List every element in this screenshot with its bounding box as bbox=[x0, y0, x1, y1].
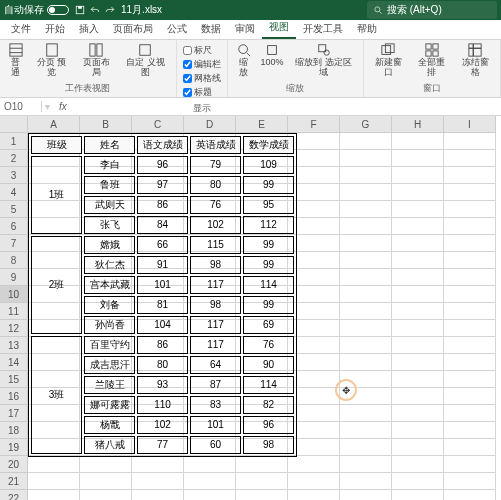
cell[interactable] bbox=[392, 269, 444, 286]
cell[interactable] bbox=[340, 286, 392, 303]
row-header[interactable]: 8 bbox=[0, 252, 28, 269]
select-all-corner[interactable] bbox=[0, 116, 28, 133]
cell[interactable] bbox=[340, 133, 392, 150]
column-header[interactable]: F bbox=[288, 116, 340, 133]
cell[interactable] bbox=[340, 354, 392, 371]
cell[interactable] bbox=[392, 422, 444, 439]
cell[interactable] bbox=[392, 354, 444, 371]
cell[interactable] bbox=[444, 269, 496, 286]
cell[interactable] bbox=[444, 422, 496, 439]
cell[interactable] bbox=[132, 473, 184, 490]
cell[interactable] bbox=[288, 473, 340, 490]
cell[interactable] bbox=[444, 337, 496, 354]
cell[interactable] bbox=[444, 218, 496, 235]
cell[interactable] bbox=[444, 303, 496, 320]
zoom-selection-button[interactable]: 缩放到 选定区域 bbox=[288, 42, 358, 79]
cell[interactable] bbox=[28, 473, 80, 490]
cell[interactable] bbox=[444, 235, 496, 252]
cell[interactable] bbox=[236, 473, 288, 490]
row-header[interactable]: 15 bbox=[0, 371, 28, 388]
column-header[interactable]: B bbox=[80, 116, 132, 133]
cell[interactable] bbox=[340, 303, 392, 320]
cell[interactable] bbox=[288, 490, 340, 500]
cell[interactable] bbox=[236, 456, 288, 473]
cell[interactable] bbox=[80, 473, 132, 490]
cell[interactable] bbox=[132, 490, 184, 500]
freeze-panes-button[interactable]: 冻结窗格 bbox=[455, 42, 496, 79]
cell[interactable] bbox=[392, 201, 444, 218]
cell[interactable] bbox=[444, 184, 496, 201]
cell[interactable] bbox=[236, 490, 288, 500]
cell[interactable] bbox=[444, 167, 496, 184]
row-header[interactable]: 14 bbox=[0, 354, 28, 371]
row-header[interactable]: 19 bbox=[0, 439, 28, 456]
row-header[interactable]: 18 bbox=[0, 422, 28, 439]
cell[interactable] bbox=[184, 456, 236, 473]
cell[interactable] bbox=[340, 456, 392, 473]
page-layout-button[interactable]: 页面布局 bbox=[76, 42, 117, 79]
tab-页面布局[interactable]: 页面布局 bbox=[106, 19, 160, 39]
cell[interactable] bbox=[340, 167, 392, 184]
save-icon[interactable] bbox=[75, 5, 85, 15]
cell[interactable] bbox=[340, 439, 392, 456]
formulabar-checkbox[interactable]: 编辑栏 bbox=[183, 58, 221, 71]
gridlines-checkbox[interactable]: 网格线 bbox=[183, 72, 221, 85]
cell[interactable] bbox=[28, 490, 80, 500]
cell[interactable] bbox=[392, 252, 444, 269]
cell[interactable] bbox=[80, 490, 132, 500]
cell[interactable] bbox=[340, 490, 392, 500]
column-header[interactable]: E bbox=[236, 116, 288, 133]
cell[interactable] bbox=[340, 201, 392, 218]
cell[interactable] bbox=[392, 286, 444, 303]
cell[interactable] bbox=[444, 252, 496, 269]
autosave-toggle[interactable]: 自动保存 bbox=[4, 3, 69, 17]
new-window-button[interactable]: 新建窗口 bbox=[368, 42, 409, 79]
cell[interactable] bbox=[80, 456, 132, 473]
tab-插入[interactable]: 插入 bbox=[72, 19, 106, 39]
row-header[interactable]: 7 bbox=[0, 235, 28, 252]
row-header[interactable]: 11 bbox=[0, 303, 28, 320]
cell[interactable] bbox=[392, 133, 444, 150]
cell[interactable] bbox=[444, 490, 496, 500]
cell[interactable] bbox=[392, 490, 444, 500]
cell[interactable] bbox=[444, 201, 496, 218]
fx-icon[interactable]: fx bbox=[53, 101, 73, 112]
cell[interactable] bbox=[340, 405, 392, 422]
tab-开始[interactable]: 开始 bbox=[38, 19, 72, 39]
row-header[interactable]: 20 bbox=[0, 456, 28, 473]
row-header[interactable]: 9 bbox=[0, 269, 28, 286]
cell[interactable] bbox=[444, 473, 496, 490]
column-header[interactable]: D bbox=[184, 116, 236, 133]
row-header[interactable]: 16 bbox=[0, 388, 28, 405]
row-header[interactable]: 10 bbox=[0, 286, 28, 303]
cell[interactable] bbox=[444, 388, 496, 405]
search-box[interactable]: 搜索 (Alt+Q) bbox=[367, 1, 497, 19]
headings-checkbox[interactable]: 标题 bbox=[183, 86, 221, 99]
row-header[interactable]: 5 bbox=[0, 201, 28, 218]
column-header[interactable]: I bbox=[444, 116, 496, 133]
cell[interactable] bbox=[444, 150, 496, 167]
cell[interactable] bbox=[392, 218, 444, 235]
cell[interactable] bbox=[340, 150, 392, 167]
column-header[interactable]: C bbox=[132, 116, 184, 133]
cell[interactable] bbox=[340, 184, 392, 201]
row-header[interactable]: 4 bbox=[0, 184, 28, 201]
cell[interactable] bbox=[444, 354, 496, 371]
tab-视图[interactable]: 视图 bbox=[262, 17, 296, 39]
row-header[interactable]: 17 bbox=[0, 405, 28, 422]
grid[interactable]: ABCDEFGHI 123456789101112131415161718192… bbox=[0, 116, 501, 500]
column-header[interactable]: G bbox=[340, 116, 392, 133]
cell[interactable] bbox=[340, 269, 392, 286]
cell[interactable] bbox=[28, 456, 80, 473]
cell[interactable] bbox=[444, 439, 496, 456]
tab-文件[interactable]: 文件 bbox=[4, 19, 38, 39]
cell[interactable] bbox=[184, 473, 236, 490]
toggle-switch[interactable] bbox=[47, 5, 69, 15]
row-header[interactable]: 22 bbox=[0, 490, 28, 500]
cell[interactable] bbox=[444, 133, 496, 150]
custom-view-button[interactable]: 自定 义视图 bbox=[119, 42, 172, 79]
column-header[interactable]: A bbox=[28, 116, 80, 133]
zoom-100-button[interactable]: 100% bbox=[257, 42, 286, 69]
cell[interactable] bbox=[340, 235, 392, 252]
cell[interactable] bbox=[444, 286, 496, 303]
